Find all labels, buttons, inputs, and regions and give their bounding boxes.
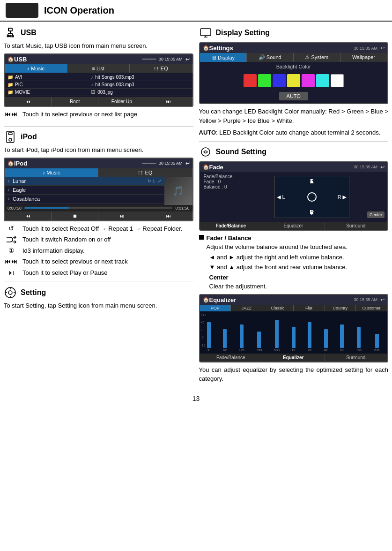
fade-label-r2: R	[310, 209, 314, 216]
color-cyan[interactable]	[316, 74, 329, 87]
color-red[interactable]	[244, 74, 257, 87]
sound-title: Sound Setting	[216, 148, 266, 156]
ipod-prev-btn[interactable]: ⏮	[5, 211, 52, 220]
fade-tab-fade[interactable]: Fade/Balance	[200, 222, 263, 230]
header-black-box	[6, 3, 38, 18]
usb-next-btn[interactable]: ⏭	[145, 97, 192, 106]
fade-label-l: L	[282, 194, 285, 200]
usb-tab-music[interactable]: ♪ Music	[5, 64, 67, 73]
display-tab-sound[interactable]: 🔊 Sound	[247, 53, 294, 62]
color-blue[interactable]	[273, 74, 286, 87]
repeat-text: Touch it to select Repeat Off → Repeat 1…	[22, 224, 183, 234]
random-icon	[4, 235, 19, 244]
eq-bar-1k: 1K	[292, 327, 296, 352]
usb-tab-eq[interactable]: ⫶⫶ EQ	[130, 64, 192, 73]
usb-nav-tabs: ♪ Music ≡ List ⫶⫶ EQ	[5, 64, 192, 73]
eq-bar-8k: 8K	[340, 325, 344, 352]
list-item: ♪Eagle	[5, 186, 164, 195]
prev-next-list-row: ⏮⏭ Touch it to select previous or next l…	[4, 110, 193, 119]
table-row: 📁MOVIE 🖼003.jpg	[5, 89, 192, 96]
usb-folderup-btn[interactable]: Folder Up	[98, 97, 145, 106]
ipod-time-end: 0:01:50	[175, 206, 189, 211]
ipod-tab-music[interactable]: ♪ Music	[5, 168, 98, 177]
display-topbar: 🏠 Settings 30 15:35 AM ↩	[200, 43, 388, 53]
ipod-album-art: 🎵	[164, 177, 192, 205]
bullet-center-text: CenterClear the adjustment.	[209, 273, 267, 291]
fade-label-r: R	[338, 194, 341, 200]
color-white[interactable]	[331, 74, 344, 87]
svg-point-7	[10, 36, 11, 37]
eq-preset-flat[interactable]: Flat	[294, 305, 325, 311]
ipod-screen-title: iPod	[14, 160, 27, 167]
divider-2	[4, 281, 193, 281]
eq-screen-title: Equalizer	[209, 296, 237, 303]
fade-topbar: 🏠 Fade 30 15:35 AM ↩	[200, 162, 388, 172]
bullet-center: CenterClear the adjustment.	[199, 273, 389, 291]
svg-rect-10	[8, 133, 12, 135]
eq-tab-fade[interactable]: Fade/Balance	[200, 354, 263, 362]
usb-tab-list[interactable]: ≡ List	[67, 64, 130, 73]
fade-right-arrow[interactable]: ►	[341, 193, 348, 201]
ipod-time-start: 0:00:50	[7, 206, 22, 211]
svg-rect-6	[12, 36, 14, 37]
eq-tab-surround[interactable]: Surround	[325, 354, 388, 362]
display-tab-system[interactable]: ⚠ System	[294, 53, 340, 62]
eq-bar-500: 500	[274, 320, 280, 352]
display-settings-tabs: 🖥Display 🔊 Sound ⚠ System Wallpaper	[200, 53, 388, 62]
center-btn[interactable]: Center	[367, 211, 385, 218]
repeat-icon: ↺	[4, 224, 19, 232]
bullet-lr-text: ◄ and ► adjust the right and left volume…	[209, 253, 344, 262]
fade-content: Fade/Balance Fade : 0 Balance : 0 ▲ F ◄ …	[200, 172, 388, 222]
color-purple[interactable]	[302, 74, 315, 87]
prev-next-list-text: Touch it to select previous or next list…	[22, 110, 137, 119]
setting-section-header: Setting	[4, 286, 193, 299]
display-desc1: You can change LED Backlight Color manua…	[199, 107, 389, 125]
fade-control[interactable]: ▲ F ◄ L R ► ▼ R	[274, 176, 349, 218]
left-column: USB To start Music, tap USB icon from ma…	[4, 26, 193, 386]
play-pause-text: Touch it to select Play or Pause	[22, 268, 107, 278]
eq-bar-16k: 16K	[356, 327, 362, 352]
usb-prev-btn[interactable]: ⏮	[5, 97, 52, 106]
divider-1	[4, 126, 193, 127]
eq-tab-eq[interactable]: Equalizer	[262, 354, 325, 362]
display-tab-display[interactable]: 🖥Display	[200, 53, 247, 62]
eq-preset-classic[interactable]: Classic	[262, 305, 294, 311]
fade-tab-eq[interactable]: Equalizer	[262, 222, 325, 230]
ipod-tab-eq[interactable]: ⫶⫶ EQ	[98, 168, 192, 177]
display-section-header: Display Setting	[199, 26, 389, 39]
prev-next-icon: ⏮⏭	[4, 110, 19, 118]
display-back-icon: ↩	[380, 45, 385, 51]
ipod-topbar: 🏠 iPod ━━━━━━ 30 15:35 AM ↩	[5, 159, 192, 168]
usb-root-btn[interactable]: Root	[52, 97, 98, 106]
ipod-track-list: ♪Lunar ↻ 1 ⤢ ♪Eagle ♪Casablanca	[5, 177, 164, 205]
auto-btn-container: AUTO	[200, 90, 388, 103]
svg-point-5	[7, 36, 9, 37]
setting-section: Setting To start Setting, tap Setting ic…	[4, 286, 193, 310]
fade-tab-surround[interactable]: Surround	[325, 222, 388, 230]
ipod-play-btn[interactable]: ⏯	[98, 211, 145, 220]
svg-rect-21	[200, 29, 211, 36]
color-yellow[interactable]	[287, 74, 300, 87]
display-tab-wallpaper[interactable]: Wallpaper	[340, 53, 387, 62]
ipod-next-btn[interactable]: ⏭	[145, 211, 192, 220]
setting-title: Setting	[21, 288, 46, 297]
display-screen-mockup: 🏠 Settings 30 15:35 AM ↩ 🖥Display 🔊 Soun…	[199, 42, 389, 104]
auto-btn[interactable]: AUTO	[279, 92, 308, 100]
color-green[interactable]	[258, 74, 271, 87]
fade-left-arrow[interactable]: ◄	[276, 193, 282, 201]
page-header: ICON Operation	[0, 0, 392, 22]
fade-back-icon: ↩	[380, 164, 385, 170]
eq-preset-pop[interactable]: POP	[200, 305, 231, 311]
eq-preset-country[interactable]: Country	[325, 305, 356, 311]
ipod-section-header: iPod	[4, 130, 193, 143]
play-pause-row: ⏯ Touch it to select Play or Pause	[4, 268, 193, 278]
fade-label-f: F	[310, 178, 313, 185]
ipod-stop-btn[interactable]: ⏹	[52, 211, 98, 220]
eq-bar-125: 125	[239, 325, 244, 352]
eq-desc: You can adjust equalizer by selecting th…	[199, 365, 389, 384]
ipod-progress-bar-display: ━━━━━━	[142, 161, 156, 166]
svg-rect-0	[8, 28, 12, 31]
display-desc2: AUTO: LED Backlight Color auto change ab…	[199, 128, 389, 137]
eq-preset-jazz[interactable]: JAZZ	[231, 305, 262, 311]
eq-preset-customer[interactable]: Customer	[356, 305, 387, 311]
